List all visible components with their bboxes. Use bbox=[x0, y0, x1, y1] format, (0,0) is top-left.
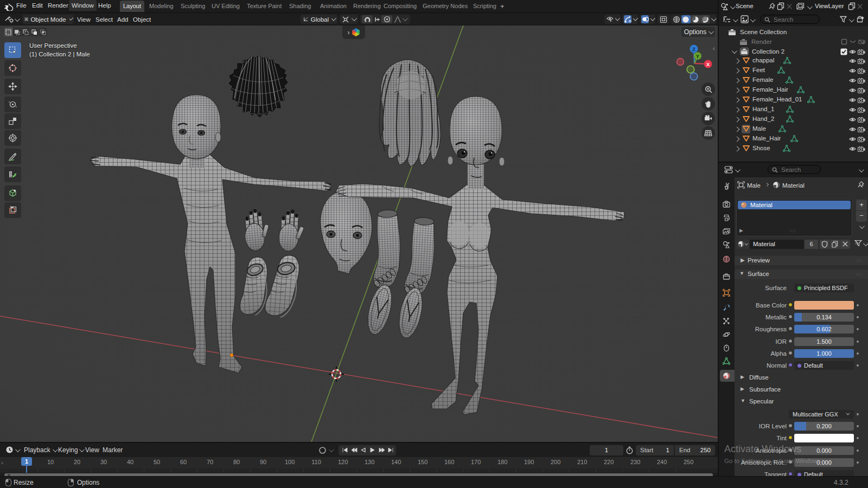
svg-text:Z: Z bbox=[692, 46, 695, 52]
svg-text:Y: Y bbox=[696, 53, 700, 59]
svg-text:X: X bbox=[706, 61, 710, 67]
